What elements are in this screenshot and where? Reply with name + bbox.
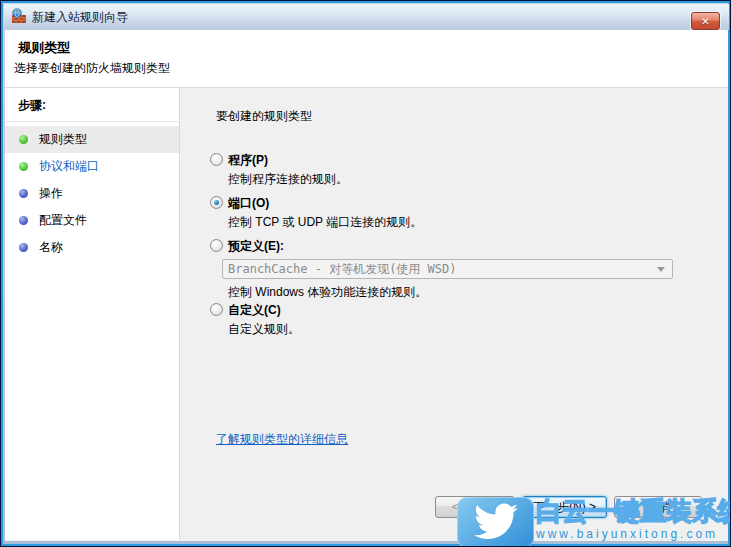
steps-label: 步骤:	[5, 88, 179, 122]
radio-program[interactable]	[210, 153, 223, 166]
titlebar: 新建入站规则向导 ✕	[4, 4, 729, 30]
content-heading: 要创建的规则类型	[216, 108, 312, 125]
firewall-icon	[11, 8, 27, 27]
steps-list: 规则类型 协议和端口 操作 配置文件	[5, 126, 179, 261]
step-bullet-icon	[19, 243, 28, 252]
dropdown-value: BranchCache - 对等机发现(使用 WSD)	[228, 261, 457, 277]
wizard-window: 新建入站规则向导 ✕ 规则类型 选择要创建的防火墙规则类型 步骤: 规则类型	[0, 0, 731, 547]
twitter-bird-icon	[457, 497, 534, 547]
steps-sidebar: 步骤: 规则类型 协议和端口 操作	[5, 88, 180, 540]
option-custom[interactable]: 自定义(C) 自定义规则。	[210, 302, 300, 337]
predefined-dropdown[interactable]: BranchCache - 对等机发现(使用 WSD)	[222, 259, 673, 279]
option-desc: 控制 Windows 体验功能连接的规则。	[228, 284, 673, 300]
step-bullet-icon	[19, 189, 28, 198]
option-desc: 控制程序连接的规则。	[228, 171, 348, 187]
step-label: 名称	[39, 239, 63, 256]
dialog-body: 规则类型 选择要创建的防火墙规则类型 步骤: 规则类型 协议和端口	[5, 30, 728, 541]
option-label[interactable]: 预定义(E):	[228, 238, 673, 254]
option-program[interactable]: 程序(P) 控制程序连接的规则。	[210, 152, 348, 187]
sidebar-item-rule-type: 规则类型	[5, 126, 179, 153]
option-desc: 自定义规则。	[228, 321, 300, 337]
sidebar-item-name: 名称	[5, 234, 179, 261]
content-panel: 要创建的规则类型 程序(P) 控制程序连接的规则。 端口(O) 控制 TCP 或…	[180, 88, 728, 540]
option-label[interactable]: 程序(P)	[228, 152, 348, 168]
close-icon: ✕	[701, 16, 709, 27]
option-label[interactable]: 端口(O)	[228, 195, 422, 211]
step-label: 配置文件	[39, 212, 87, 229]
watermark: 白云一键重装系统 www.baiyunxitong.com	[457, 497, 731, 547]
watermark-text: 白云一键重装系统 www.baiyunxitong.com	[536, 497, 731, 541]
step-bullet-icon	[19, 216, 28, 225]
sidebar-item-profile: 配置文件	[5, 207, 179, 234]
window-title: 新建入站规则向导	[32, 9, 128, 26]
radio-predefined[interactable]	[210, 239, 223, 252]
option-label[interactable]: 自定义(C)	[228, 302, 300, 318]
sidebar-item-protocol-and-ports[interactable]: 协议和端口	[5, 153, 179, 180]
step-bullet-icon	[19, 135, 28, 144]
watermark-brand: 白云一键重装系统	[536, 497, 731, 525]
radio-port[interactable]	[210, 196, 223, 209]
option-predefined[interactable]: 预定义(E): BranchCache - 对等机发现(使用 WSD) 控制 W…	[210, 238, 673, 300]
page-title: 规则类型	[5, 30, 728, 60]
page-subtitle: 选择要创建的防火墙规则类型	[5, 60, 728, 77]
step-label[interactable]: 协议和端口	[39, 158, 99, 175]
option-desc: 控制 TCP 或 UDP 端口连接的规则。	[228, 214, 422, 230]
chevron-down-icon	[657, 267, 665, 272]
step-bullet-icon	[19, 162, 28, 171]
radio-custom[interactable]	[210, 303, 223, 316]
option-port[interactable]: 端口(O) 控制 TCP 或 UDP 端口连接的规则。	[210, 195, 422, 230]
step-label: 规则类型	[39, 131, 87, 148]
help-link[interactable]: 了解规则类型的详细信息	[216, 431, 348, 448]
sidebar-item-action: 操作	[5, 180, 179, 207]
close-button[interactable]: ✕	[691, 12, 720, 30]
step-label: 操作	[39, 185, 63, 202]
watermark-url: www.baiyunxitong.com	[536, 527, 731, 541]
wizard-header: 规则类型 选择要创建的防火墙规则类型	[5, 30, 728, 88]
